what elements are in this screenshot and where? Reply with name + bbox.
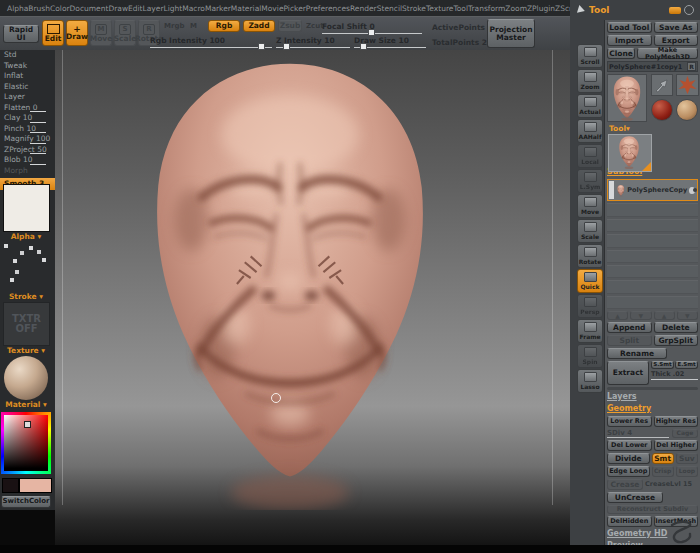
tool-rename-button[interactable]: R — [687, 62, 696, 71]
subtool-up-button[interactable]: ▲ — [607, 311, 628, 320]
menu-item-tool[interactable]: Tool — [453, 4, 468, 13]
focal-shift-slider[interactable]: Focal Shift 0 — [322, 22, 422, 31]
menu-item-render[interactable]: Render — [350, 4, 377, 13]
visibility-eye-icon[interactable] — [689, 187, 695, 194]
brush-item-blob[interactable]: Blob 10 — [0, 155, 55, 166]
brush-item-layer[interactable]: Layer — [0, 92, 55, 103]
menu-item-edit[interactable]: Edit — [128, 4, 143, 13]
palette-dock-icon[interactable] — [669, 7, 681, 14]
clone-button[interactable]: Clone — [607, 48, 635, 59]
thick-slider[interactable]: Thick .02 — [651, 370, 698, 380]
menu-item-document[interactable]: Document — [70, 4, 109, 13]
material-sphere-thumbnail[interactable] — [4, 356, 48, 400]
subtool-bottom-button[interactable]: ▼ — [677, 311, 698, 320]
tool-name-slider[interactable]: PolySphere#1copy1 R — [607, 61, 698, 72]
rgb-toggle[interactable]: Rgb — [208, 20, 240, 32]
crisp-toggle[interactable]: Crisp — [652, 466, 674, 477]
subtool-down-button[interactable]: ▼ — [630, 311, 651, 320]
extract-button[interactable]: Extract — [607, 361, 649, 385]
persp-button[interactable]: Persp — [577, 294, 603, 318]
menu-item-brush[interactable]: Brush — [28, 4, 50, 13]
menu-item-stroke[interactable]: Stroke — [402, 4, 426, 13]
tool-dropdown-label[interactable]: Tool▾ — [609, 124, 630, 133]
lower-res-button[interactable]: Lower Res — [607, 416, 652, 427]
append-button[interactable]: Append — [607, 322, 652, 333]
tool-palette-header[interactable]: Tool — [570, 2, 700, 18]
e-smt-toggle[interactable]: E.Smt — [675, 361, 698, 369]
menu-item-macro[interactable]: Macro — [182, 4, 205, 13]
zadd-toggle[interactable]: Zadd — [243, 20, 275, 32]
brush-item-magnify[interactable]: Magnify 100 — [0, 134, 55, 145]
texture-thumbnail[interactable]: TXTR OFF — [3, 302, 50, 346]
brush-item-inflat[interactable]: Inflat — [0, 71, 55, 82]
scale-mode-button[interactable]: S Scale — [114, 20, 136, 46]
actual-button[interactable]: Actual — [577, 94, 603, 118]
edit-mode-button[interactable]: Edit — [42, 20, 64, 46]
current-tool-thumbnail[interactable] — [607, 74, 647, 122]
del-lower-button[interactable]: Del Lower — [607, 440, 652, 451]
menu-item-color[interactable]: Color — [50, 4, 70, 13]
aahalf-button[interactable]: AAHalf — [577, 119, 603, 143]
scale-nav-button[interactable]: Scale — [577, 219, 603, 243]
spin-button[interactable]: Spin — [577, 344, 603, 368]
menu-item-marker[interactable]: Marker — [205, 4, 231, 13]
uncrease-button[interactable]: UnCrease — [607, 492, 663, 503]
sdiv-slider[interactable]: SDiv 4 — [607, 429, 669, 438]
divide-button[interactable]: Divide — [607, 453, 650, 464]
secondary-color-swatch[interactable] — [19, 478, 52, 493]
s-smt-toggle[interactable]: S.Smt — [651, 361, 674, 369]
brush-item-elastic[interactable]: Elastic — [0, 82, 55, 93]
make-polymesh3d-button[interactable]: Make PolyMesh3D — [637, 48, 698, 59]
stroke-thumbnail[interactable] — [4, 244, 48, 290]
del-higher-button[interactable]: Del Higher — [654, 440, 699, 451]
simplebrush-tool-thumbnail[interactable] — [651, 74, 673, 96]
menu-item-movie[interactable]: Movie — [261, 4, 283, 13]
menu-item-alpha[interactable]: Alpha — [7, 4, 28, 13]
subtool-top-button[interactable]: ▲ — [654, 311, 675, 320]
menu-item-picker[interactable]: Picker — [284, 4, 306, 13]
brush-item-pinch[interactable]: Pinch 10 — [0, 124, 55, 135]
menu-item-transform[interactable]: Transform — [468, 4, 505, 13]
save-as-button[interactable]: Save As — [654, 22, 699, 33]
grpsplit-button[interactable]: GrpSplit — [654, 335, 699, 346]
load-tool-button[interactable]: Load Tool — [607, 22, 652, 33]
main-color-swatch[interactable] — [2, 478, 19, 493]
color-picker[interactable] — [1, 412, 51, 474]
scroll-button[interactable]: Scroll — [577, 44, 603, 68]
frame-button[interactable]: Frame — [577, 319, 603, 343]
menu-item-material[interactable]: Material — [231, 4, 261, 13]
rapid-ui-button[interactable]: Rapid UI — [3, 25, 39, 43]
menu-item-preferences[interactable]: Preferences — [306, 4, 350, 13]
export-button[interactable]: Export — [654, 35, 699, 46]
brush-item-flatten[interactable]: Flatten 0 — [0, 103, 55, 114]
brush-item-std[interactable]: Std — [0, 50, 55, 61]
palette-circle-icon[interactable] — [684, 5, 694, 15]
alpha-label[interactable]: Alpha ▾ — [0, 232, 52, 241]
alpha-thumbnail[interactable] — [3, 184, 50, 232]
zsub-toggle[interactable]: Zsub — [278, 20, 302, 32]
subtool-active-row[interactable]: PolySphereCopy — [607, 179, 698, 201]
mrgb-toggle[interactable]: Mrgb — [164, 22, 184, 30]
lasso-button[interactable]: Lasso — [577, 369, 603, 393]
suv-toggle[interactable]: Suv — [676, 453, 698, 464]
crease-button[interactable]: Crease — [607, 479, 643, 490]
menu-item-light[interactable]: Light — [163, 4, 182, 13]
menu-item-draw[interactable]: Draw — [108, 4, 128, 13]
sphere-tool-thumbnail[interactable] — [676, 99, 698, 121]
geometry-section-header[interactable]: Geometry — [607, 404, 698, 414]
m-toggle[interactable]: M — [190, 22, 197, 30]
red-sphere-tool-thumbnail[interactable] — [651, 99, 673, 121]
brush-item-zproject[interactable]: ZProject 50 — [0, 145, 55, 156]
menu-item-zoom[interactable]: Zoom — [505, 4, 527, 13]
move-mode-button[interactable]: M Move — [90, 20, 112, 46]
crease-level-slider[interactable]: CreaseLvl 15 — [645, 480, 692, 488]
zcut-toggle[interactable]: Zcut — [306, 22, 324, 30]
draw-size-slider[interactable]: Draw Size 10 — [354, 36, 426, 45]
brush-item-morph[interactable]: Morph — [0, 166, 55, 177]
draw-mode-button[interactable]: + Draw — [66, 20, 88, 46]
cage-button[interactable]: Cage — [672, 429, 698, 438]
reconstruct-subdiv-button[interactable]: Reconstruct Subdiv — [607, 505, 698, 514]
lsym-button[interactable]: L.Sym — [577, 169, 603, 193]
loop-toggle[interactable]: Loop — [676, 466, 698, 477]
switch-color-button[interactable]: SwitchColor — [1, 496, 51, 508]
